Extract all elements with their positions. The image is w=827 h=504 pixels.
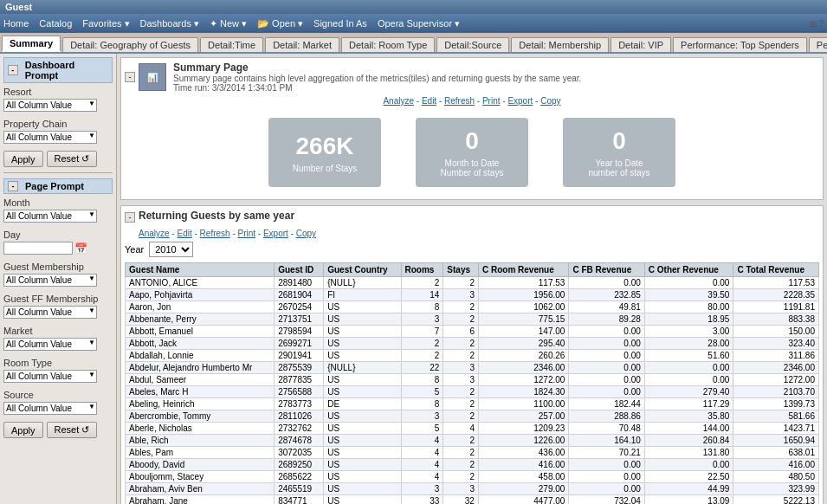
tab-vip[interactable]: Detail: VIP — [611, 37, 671, 52]
room-type-select[interactable]: All Column Value — [3, 370, 97, 383]
top-nav-bar: Home Catalog Favorites ▾ Dashboards ▾ ✦ … — [0, 14, 827, 33]
tab-geography[interactable]: Detail: Geography of Guests — [62, 37, 198, 52]
summary-edit-link[interactable]: Edit — [422, 96, 436, 106]
tab-room-type[interactable]: Detail: Room Type — [341, 37, 435, 52]
cell-stays: 2 — [443, 459, 479, 471]
cell-guest-name: Abdul, Sameer — [126, 374, 275, 386]
summary-info: Summary Page Summary page contains high … — [173, 61, 581, 93]
cell-c-total: 323.99 — [733, 483, 819, 495]
cell-guest-name: Aapo, Pohjavirta — [126, 289, 275, 301]
cell-guest-id: 2891480 — [275, 277, 324, 289]
nav-dashboards[interactable]: Dashboards ▾ — [140, 18, 199, 29]
returning-analyze-link[interactable]: Analyze — [139, 229, 170, 238]
tab-top-spenders[interactable]: Performance: Top Spenders — [673, 37, 807, 52]
cell-c-total: 1191.81 — [733, 301, 819, 313]
tab-top-markets[interactable]: Performance: Top Markets — [809, 37, 827, 52]
day-filter: Day 📅 — [3, 229, 113, 255]
metric-stays-label: Number of Stays — [293, 164, 357, 173]
dashboard-apply-button[interactable]: Apply — [3, 151, 43, 167]
cell-c-room: 436.00 — [478, 447, 568, 459]
page-prompt-toggle[interactable]: - — [8, 181, 18, 191]
calendar-icon[interactable]: 📅 — [74, 242, 87, 255]
page-prompt-title: Page Prompt — [25, 181, 84, 191]
nav-open[interactable]: 📂 Open ▾ — [257, 18, 303, 29]
cell-c-room: 1209.23 — [478, 423, 568, 435]
cell-c-total: 581.66 — [733, 410, 819, 423]
cell-c-room: 2346.00 — [478, 362, 568, 374]
tab-membership[interactable]: Detail: Membership — [511, 37, 609, 52]
cell-rooms: 14 — [401, 289, 443, 301]
cell-c-fb: 49.81 — [569, 301, 644, 313]
month-label: Month — [3, 197, 113, 208]
returning-print-link[interactable]: Print — [238, 229, 256, 238]
dashboard-prompt-toggle[interactable]: - — [8, 65, 18, 75]
cell-guest-id: 2877835 — [275, 374, 324, 386]
tab-market[interactable]: Detail: Market — [265, 37, 339, 52]
guest-ff-select-wrap: All Column Value — [3, 306, 97, 319]
cell-c-fb: 0.00 — [569, 326, 644, 338]
cell-guest-name: Abraham, Aviv Ben — [126, 483, 275, 495]
nav-home[interactable]: Home — [3, 18, 29, 29]
resort-select-wrap: All Column Value — [3, 99, 97, 112]
cell-c-room: 1272.00 — [478, 374, 568, 386]
summary-print-link[interactable]: Print — [482, 96, 501, 106]
grid-icon[interactable]: ⊞ — [810, 19, 817, 29]
returning-guests-table: Guest Name Guest ID Guest Country Rooms … — [125, 262, 819, 504]
tab-summary[interactable]: Summary — [2, 36, 61, 52]
cell-guest-name: Ables, Pam — [126, 447, 275, 459]
summary-section-toggle[interactable]: - — [125, 72, 135, 82]
day-input[interactable] — [3, 242, 73, 255]
cell-c-other: 260.84 — [644, 435, 733, 447]
nav-catalog[interactable]: Catalog — [39, 18, 72, 29]
nav-new[interactable]: ✦ New ▾ — [210, 18, 247, 29]
cell-guest-name: Aaron, Jon — [126, 301, 275, 313]
col-rooms: Rooms — [401, 263, 443, 277]
tab-time[interactable]: Detail:Time — [200, 37, 263, 52]
returning-refresh-link[interactable]: Refresh — [200, 229, 230, 238]
property-chain-select[interactable]: All Column Value — [3, 131, 97, 144]
returning-copy-link[interactable]: Copy — [296, 229, 316, 238]
summary-export-link[interactable]: Export — [507, 96, 533, 106]
source-select-wrap: All Column Value — [3, 402, 97, 415]
day-label: Day — [3, 229, 113, 240]
nav-user[interactable]: Opera Supervisor ▾ — [378, 18, 460, 29]
guest-ff-select[interactable]: All Column Value — [3, 306, 97, 319]
table-body: ANTONIO, ALICE 2891480 {NULL} 2 2 117.53… — [126, 277, 819, 505]
returning-edit-link[interactable]: Edit — [177, 229, 191, 238]
cell-guest-name: Abouljomm, Stacey — [126, 471, 275, 483]
source-filter: Source All Column Value — [3, 390, 113, 415]
guest-membership-label: Guest Membership — [3, 262, 113, 272]
cell-c-other: 35.80 — [644, 410, 733, 423]
market-filter: Market All Column Value — [3, 326, 113, 351]
month-select[interactable]: All Column Value — [3, 210, 97, 223]
nav-favorites[interactable]: Favorites ▾ — [82, 18, 129, 29]
cell-rooms: 4 — [401, 435, 443, 447]
source-select[interactable]: All Column Value — [3, 402, 97, 415]
resort-label: Resort — [3, 87, 113, 97]
year-select[interactable]: 2010 — [149, 242, 193, 257]
tab-source[interactable]: Detail:Source — [436, 37, 509, 52]
cell-guest-id: 2798594 — [275, 326, 324, 338]
cell-stays: 2 — [443, 313, 479, 326]
table-row: Ables, Pam 3072035 US 4 2 436.00 70.21 1… — [126, 447, 819, 459]
resort-select[interactable]: All Column Value — [3, 99, 97, 112]
summary-analyze-link[interactable]: Analyze — [383, 96, 414, 106]
cell-guest-id: 2465519 — [275, 483, 324, 495]
cell-c-other: 28.00 — [644, 338, 733, 350]
market-label: Market — [3, 326, 113, 336]
market-select-wrap: All Column Value — [3, 338, 97, 351]
returning-section-toggle[interactable]: - — [125, 212, 135, 223]
nav-signed-in: Signed In As — [313, 18, 367, 29]
returning-export-link[interactable]: Export — [263, 229, 288, 238]
guest-membership-select[interactable]: All Column Value — [3, 274, 97, 287]
dashboard-reset-button[interactable]: Reset ↺ — [47, 151, 98, 167]
summary-refresh-link[interactable]: Refresh — [444, 96, 475, 106]
guest-membership-filter: Guest Membership All Column Value — [3, 262, 113, 287]
market-select[interactable]: All Column Value — [3, 338, 97, 351]
page-apply-button[interactable]: Apply — [3, 422, 43, 438]
cell-c-other: 3.00 — [644, 326, 733, 338]
page-reset-button[interactable]: Reset ↺ — [47, 422, 98, 438]
cell-rooms: 5 — [401, 423, 443, 435]
help-icon[interactable]: ? — [818, 19, 824, 29]
summary-copy-link[interactable]: Copy — [540, 96, 560, 106]
